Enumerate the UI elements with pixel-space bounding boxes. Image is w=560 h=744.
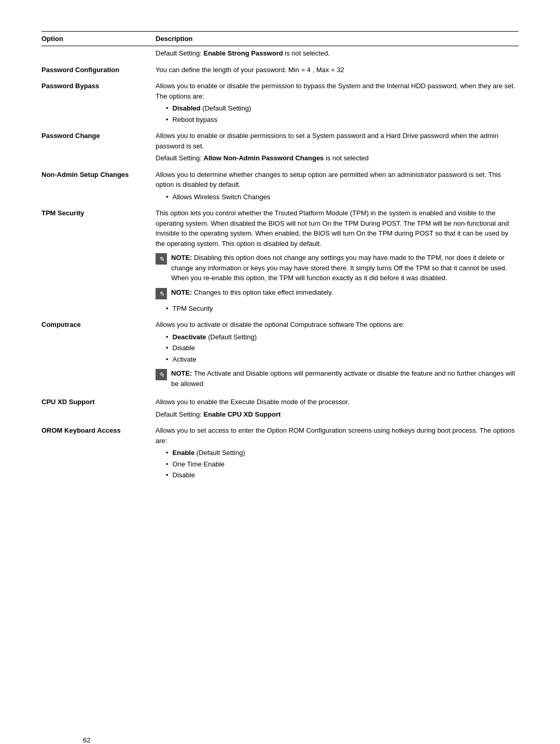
label-orom-keyboard-access: OROM Keyboard Access bbox=[41, 425, 156, 483]
computrace-note-box: ✎ NOTE: The Activate and Disable options… bbox=[156, 368, 519, 389]
row-cpu-xd-support: CPU XD Support Allows you to enable the … bbox=[41, 395, 519, 423]
content-password-configuration: You can define the length of your passwo… bbox=[156, 65, 519, 77]
row-password-bypass: Password Bypass Allows you to enable or … bbox=[41, 79, 519, 129]
list-item: Disable bbox=[166, 343, 519, 353]
password-change-text-2: Default Setting: Allow Non-Admin Passwor… bbox=[156, 153, 519, 163]
row-computrace: Computrace Allows you to activate or dis… bbox=[41, 318, 519, 395]
password-change-text-1: Allows you to enable or disable permissi… bbox=[156, 131, 519, 151]
password-configuration-text: You can define the length of your passwo… bbox=[156, 65, 519, 75]
row-password-configuration: Password Configuration You can define th… bbox=[41, 63, 519, 79]
note-icon-3: ✎ bbox=[156, 369, 167, 380]
content-non-admin-setup-changes: Allows you to determine whether changes … bbox=[156, 170, 519, 204]
note-icon-1: ✎ bbox=[156, 253, 167, 265]
label-cpu-xd-support: CPU XD Support bbox=[41, 397, 156, 421]
column-description-header: Description bbox=[156, 35, 519, 43]
password-bypass-list: Disabled (Default Setting) Reboot bypass bbox=[166, 103, 519, 125]
label-password-bypass: Password Bypass bbox=[41, 81, 156, 127]
svg-text:✎: ✎ bbox=[159, 290, 164, 298]
content-tpm-security: This option lets you control whether the… bbox=[156, 208, 519, 315]
list-item-enable: Enable (Default Setting) bbox=[166, 448, 519, 458]
column-option-header: Option bbox=[41, 35, 156, 43]
list-item: Allows Wireless Switch Changes bbox=[166, 192, 519, 202]
svg-text:✎: ✎ bbox=[159, 255, 164, 263]
list-item: Activate bbox=[166, 354, 519, 365]
content-computrace: Allows you to activate or disable the op… bbox=[156, 320, 519, 393]
note-icon-svg-3: ✎ bbox=[156, 369, 166, 380]
list-item: Disabled (Default Setting) bbox=[166, 103, 519, 114]
non-admin-setup-list: Allows Wireless Switch Changes bbox=[166, 192, 519, 202]
note-icon-svg-2: ✎ bbox=[156, 288, 166, 299]
svg-text:✎: ✎ bbox=[159, 371, 164, 379]
content-orom-keyboard-access: Allows you to set access to enter the Op… bbox=[156, 425, 519, 483]
cpu-xd-text-1: Allows you to enable the Execute Disable… bbox=[156, 397, 519, 407]
row-tpm-security: TPM Security This option lets you contro… bbox=[41, 206, 519, 318]
tpm-note-1-box: ✎ NOTE: Disabling this option does not c… bbox=[156, 253, 519, 283]
computrace-text: Allows you to activate or disable the op… bbox=[156, 320, 519, 330]
table-header: Option Description bbox=[41, 31, 519, 46]
tpm-security-text: This option lets you control whether the… bbox=[156, 208, 519, 249]
note-icon-svg-1: ✎ bbox=[156, 254, 166, 264]
list-item-disable: Disable bbox=[166, 470, 519, 480]
label-password-configuration: Password Configuration bbox=[41, 65, 156, 77]
row-content-enable-strong-password: Default Setting: Enable Strong Password … bbox=[156, 48, 519, 61]
label-password-change: Password Change bbox=[41, 131, 156, 166]
row-enable-strong-password: Default Setting: Enable Strong Password … bbox=[41, 46, 519, 63]
cpu-xd-text-2: Default Setting: Enable CPU XD Support bbox=[156, 409, 519, 420]
tpm-note-2-text: NOTE: Changes to this option take effect… bbox=[171, 287, 333, 298]
computrace-note-text: NOTE: The Activate and Disable options w… bbox=[171, 368, 519, 389]
tpm-note-1-text: NOTE: Disabling this option does not cha… bbox=[171, 253, 519, 283]
page-wrapper: Option Description Default Setting: Enab… bbox=[41, 31, 519, 744]
list-item: Deactivate (Default Setting) bbox=[166, 332, 519, 342]
row-password-change: Password Change Allows you to enable or … bbox=[41, 129, 519, 168]
non-admin-setup-text: Allows you to determine whether changes … bbox=[156, 170, 519, 190]
tpm-note-2-box: ✎ NOTE: Changes to this option take effe… bbox=[156, 287, 519, 299]
label-non-admin-setup-changes: Non-Admin Setup Changes bbox=[41, 170, 156, 204]
label-computrace: Computrace bbox=[41, 320, 156, 393]
list-item: TPM Security bbox=[166, 304, 519, 314]
password-bypass-text: Allows you to enable or disable the perm… bbox=[156, 81, 519, 101]
tpm-security-list: TPM Security bbox=[166, 304, 519, 314]
list-item: Reboot bypass bbox=[166, 115, 519, 125]
row-orom-keyboard-access: OROM Keyboard Access Allows you to set a… bbox=[41, 423, 519, 485]
page-number: 62 bbox=[83, 736, 90, 744]
row-label-empty-1 bbox=[41, 48, 156, 61]
content-password-change: Allows you to enable or disable permissi… bbox=[156, 131, 519, 166]
label-tpm-security: TPM Security bbox=[41, 208, 156, 315]
row-non-admin-setup-changes: Non-Admin Setup Changes Allows you to de… bbox=[41, 168, 519, 206]
computrace-list: Deactivate (Default Setting) Disable Act… bbox=[166, 332, 519, 365]
note-icon-2: ✎ bbox=[156, 288, 167, 299]
content-cpu-xd-support: Allows you to enable the Execute Disable… bbox=[156, 397, 519, 421]
orom-list: Enable (Default Setting) One Time Enable… bbox=[166, 448, 519, 480]
content-password-bypass: Allows you to enable or disable the perm… bbox=[156, 81, 519, 127]
orom-text: Allows you to set access to enter the Op… bbox=[156, 425, 519, 446]
list-item-one-time-enable: One Time Enable bbox=[166, 459, 519, 470]
enable-strong-password-text: Default Setting: Enable Strong Password … bbox=[156, 48, 519, 59]
table-container: Option Description Default Setting: Enab… bbox=[41, 31, 519, 485]
